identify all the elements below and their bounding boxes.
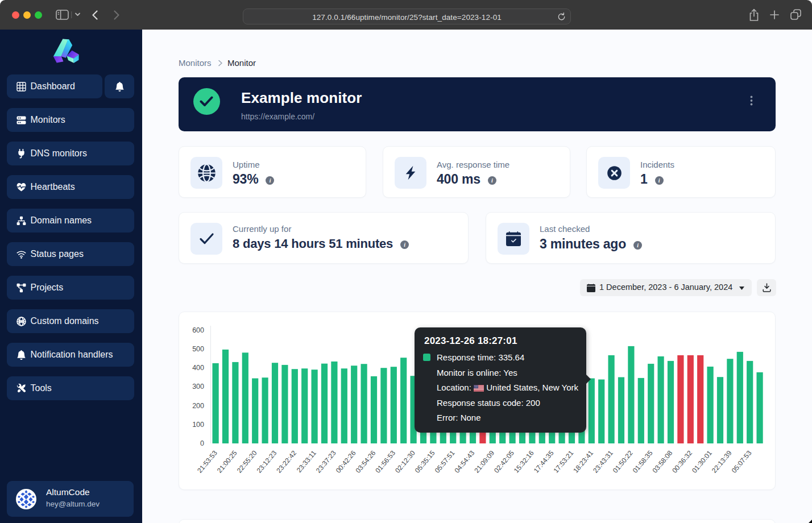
svg-text:02:12:30: 02:12:30 <box>393 449 417 475</box>
svg-text:23:33:11: 23:33:11 <box>295 449 318 474</box>
svg-text:01:50:22: 01:50:22 <box>611 449 635 475</box>
svg-text:00:36:32: 00:36:32 <box>670 449 694 475</box>
svg-text:100: 100 <box>192 421 204 429</box>
svg-text:22:55:20: 22:55:20 <box>235 449 259 475</box>
svg-text:23:43:31: 23:43:31 <box>591 449 615 475</box>
svg-text:21:53:53: 21:53:53 <box>196 449 219 475</box>
svg-text:04:54:43: 04:54:43 <box>453 449 477 475</box>
svg-text:01:30:01: 01:30:01 <box>690 449 714 475</box>
svg-text:22:13:39: 22:13:39 <box>710 449 734 475</box>
svg-text:05:35:15: 05:35:15 <box>413 449 437 475</box>
svg-text:23:12:23: 23:12:23 <box>255 449 279 475</box>
svg-text:300: 300 <box>192 383 204 391</box>
svg-text:200: 200 <box>192 402 204 410</box>
svg-text:400: 400 <box>192 364 204 372</box>
svg-text:600: 600 <box>192 326 204 334</box>
svg-text:17:44:35: 17:44:35 <box>532 449 556 475</box>
svg-text:03:54:26: 03:54:26 <box>354 449 378 475</box>
svg-text:21:09:09: 21:09:09 <box>473 449 496 475</box>
svg-text:15:32:16: 15:32:16 <box>512 449 536 475</box>
svg-text:01:58:35: 01:58:35 <box>631 449 654 475</box>
svg-text:00:42:26: 00:42:26 <box>334 449 358 475</box>
svg-text:05:57:51: 05:57:51 <box>433 449 457 475</box>
svg-text:21:00:25: 21:00:25 <box>216 449 239 475</box>
svg-text:02:42:05: 02:42:05 <box>492 449 516 475</box>
svg-text:01:56:53: 01:56:53 <box>374 449 397 475</box>
svg-text:05:07:53: 05:07:53 <box>730 449 753 475</box>
svg-text:18:23:41: 18:23:41 <box>571 449 595 475</box>
svg-text:0: 0 <box>200 439 204 447</box>
svg-text:03:58:08: 03:58:08 <box>651 449 674 475</box>
svg-text:23:22:42: 23:22:42 <box>275 449 298 475</box>
svg-text:23:37:23: 23:37:23 <box>314 449 338 475</box>
svg-text:17:53:21: 17:53:21 <box>552 449 575 475</box>
svg-text:500: 500 <box>192 345 204 353</box>
